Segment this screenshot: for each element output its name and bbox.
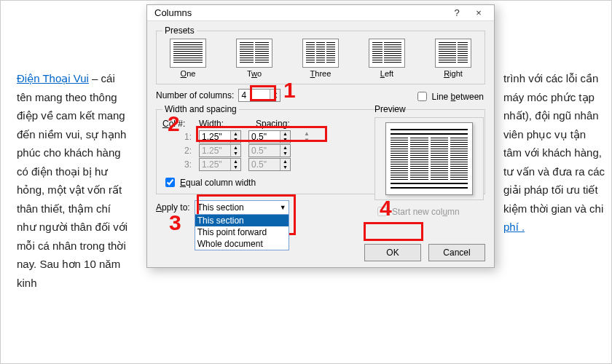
spin-up-icon[interactable]: ▲	[270, 90, 280, 95]
width-3-spinner: ▲▼	[199, 158, 241, 171]
doc-link[interactable]: Điện Thoại Vui	[17, 72, 89, 84]
spacing-3-spinner: ▲▼	[248, 158, 291, 171]
preset-right-icon	[435, 39, 471, 68]
annotation-number-2: 2	[168, 111, 180, 136]
preview-box	[374, 117, 484, 200]
preset-one[interactable]: One	[162, 39, 213, 78]
line-between-label: Line between	[432, 92, 484, 102]
ok-button[interactable]: OK	[364, 244, 421, 261]
titlebar[interactable]: Columns ? ×	[147, 5, 494, 21]
number-of-columns-spinner[interactable]: ▲▼	[238, 89, 280, 102]
preset-left[interactable]: Left	[361, 39, 412, 78]
preset-three-icon	[302, 39, 339, 68]
presets-group: Presets One Two Three Left	[156, 25, 485, 84]
equal-width-label: Equal column width	[180, 178, 256, 188]
header-spacing: Spacing:	[256, 119, 305, 129]
close-button[interactable]: ×	[468, 7, 490, 18]
apply-option-this-section[interactable]: This section	[195, 215, 289, 226]
line-between-row: Line between	[415, 90, 484, 103]
annotation-number-4: 4	[380, 196, 392, 221]
dialog-title: Columns	[154, 7, 446, 18]
annotation-number-3: 3	[169, 210, 181, 235]
preset-two[interactable]: Two	[229, 39, 280, 78]
preset-two-icon	[236, 39, 272, 68]
preset-three[interactable]: Three	[295, 39, 346, 78]
line-between-checkbox[interactable]	[417, 92, 427, 101]
width-1-spinner[interactable]: ▲▼	[199, 130, 241, 143]
doc-column-1: Điện Thoại Vui – cái tên mang theo thông…	[17, 69, 130, 292]
number-of-columns-label: Number of columns:	[156, 90, 234, 100]
apply-option-this-point-forward[interactable]: This point forward	[195, 226, 289, 238]
apply-option-whole-document[interactable]: Whole document	[195, 238, 289, 250]
help-button[interactable]: ?	[446, 7, 468, 18]
annotation-number-1: 1	[283, 78, 296, 103]
preset-right[interactable]: Right	[428, 39, 479, 78]
spacing-2-spinner: ▲▼	[248, 144, 291, 157]
preview-legend: Preview	[374, 104, 484, 114]
equal-width-checkbox[interactable]	[165, 178, 175, 187]
spacing-1-spinner[interactable]: ▲▼	[248, 130, 291, 143]
doc-column-4: trình với các lỗi cần máy móc phức tạp n…	[503, 69, 605, 237]
number-of-columns-input[interactable]	[239, 90, 270, 101]
cancel-button[interactable]: Cancel	[428, 244, 485, 261]
start-new-column-label: Start new column	[392, 207, 460, 217]
preview-page-icon	[385, 122, 473, 195]
chevron-down-icon: ▼	[280, 204, 286, 211]
apply-to-dropdown[interactable]: This section This point forward Whole do…	[195, 214, 289, 250]
presets-legend: Presets	[162, 25, 197, 36]
header-width: Width:	[199, 119, 248, 129]
apply-to-combo[interactable]: This section ▼	[195, 200, 289, 215]
doc-link-2[interactable]: phí .	[503, 221, 525, 233]
preset-left-icon	[369, 39, 405, 68]
width-2-spinner: ▲▼	[199, 144, 241, 157]
preset-one-icon	[170, 39, 206, 68]
spin-down-icon[interactable]: ▼	[270, 95, 280, 101]
columns-dialog: Columns ? × Presets One Two Three	[146, 4, 495, 268]
